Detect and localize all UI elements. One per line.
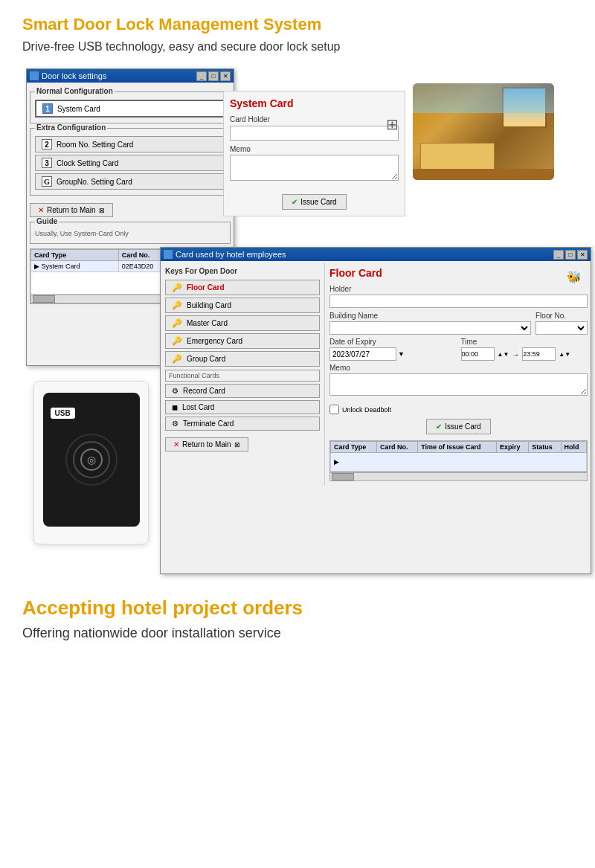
issue-card-btn[interactable]: ✔ Issue Card (282, 194, 346, 210)
expiry-time-row: Date of Expiry ▼ Time ▲▼ → (329, 338, 588, 361)
key-icon-4: 🔑 (172, 336, 182, 346)
badge-g: G (42, 176, 52, 187)
key-icon-2: 🔑 (172, 300, 182, 310)
window2-controls[interactable]: _ □ ✕ (553, 250, 588, 260)
keys-panel: Keys For Open Door 🔑 Floor Card 🔑 Buildi… (161, 263, 324, 456)
scrollbar-thumb[interactable] (33, 295, 55, 303)
return-icon-2: ⊠ (234, 441, 240, 449)
building-name-label: Building Name (329, 312, 531, 320)
building-card-label: Building Card (187, 301, 231, 309)
lost-card-btn[interactable]: ◼ Lost Card (165, 400, 320, 414)
terminate-card-label: Terminate Card (183, 419, 234, 428)
master-card-btn[interactable]: 🔑 Master Card (165, 315, 320, 331)
reader-mid-wave: ◎ (73, 441, 110, 478)
floor-card-title: Floor Card (329, 267, 588, 279)
unlock-label: Unlock Deadbolt (342, 406, 391, 414)
hotel-floor (413, 169, 554, 180)
bottom-scrollbar[interactable] (329, 472, 588, 481)
bottom-table: Card Type Card No. Time of Issue Card Ex… (329, 440, 588, 472)
terminate-card-btn[interactable]: ⚙ Terminate Card (165, 417, 320, 431)
issue-btn-label: Issue Card (300, 198, 336, 206)
memo-label-2: Memo (329, 364, 588, 372)
bottom-thumb[interactable] (332, 473, 354, 480)
card-used-window: Card used by hotel employees _ □ ✕ Keys … (160, 247, 591, 574)
badge-2: 2 (42, 139, 52, 150)
window-controls[interactable]: _ □ ✕ (196, 71, 231, 81)
maximize-btn[interactable]: □ (208, 71, 219, 81)
floor-memo-input[interactable] (329, 373, 588, 396)
holder-label: Holder (329, 285, 588, 293)
time-col: Time ▲▼ → ▲▼ (461, 338, 588, 361)
expiry-col: Date of Expiry ▼ (329, 338, 457, 361)
clock-setting-btn[interactable]: 3 Clock Setting Card (35, 155, 225, 171)
building-select[interactable] (329, 321, 531, 335)
date-expiry-label: Date of Expiry (329, 338, 457, 346)
floor-select[interactable] (536, 321, 588, 335)
building-col: Building Name (329, 312, 531, 335)
system-card-panel: System Card ⊞ Card Holder Memo ✔ Issue C… (223, 91, 405, 216)
subtitle: Drive-free USB technology, easy and secu… (22, 40, 573, 54)
card-holder-input[interactable] (230, 126, 399, 141)
key-icon-1: 🔑 (172, 283, 182, 292)
record-card-label: Record Card (183, 387, 225, 395)
bottom-table-row: ▶ (331, 453, 587, 472)
holder-input[interactable] (329, 295, 588, 308)
window2-return-label: Return to Main (182, 440, 231, 449)
unlock-checkbox[interactable] (329, 405, 339, 414)
header-section: Smart Door Lock Management System Drive-… (22, 15, 573, 54)
time-from-input[interactable] (461, 347, 495, 361)
window2-minimize[interactable]: _ (553, 250, 564, 260)
window2-return-btn[interactable]: ✕ Return to Main ⊠ (165, 437, 248, 451)
group-card-btn[interactable]: 🔑 Group Card (165, 351, 320, 367)
time-to-input[interactable] (522, 347, 556, 361)
window-icon (30, 71, 39, 80)
emergency-card-btn[interactable]: 🔑 Emergency Card (165, 333, 320, 349)
close-btn[interactable]: ✕ (220, 71, 231, 81)
window1-return-btn[interactable]: ✕ Return to Main ⊠ (30, 203, 113, 217)
badge-1: 1 (42, 103, 53, 114)
master-card-label: Master Card (187, 319, 228, 327)
floor-card-btn[interactable]: 🔑 Floor Card (165, 280, 320, 295)
col-card-type: Card Type (31, 250, 119, 261)
minimize-btn[interactable]: _ (196, 71, 207, 81)
memo-label: Memo (230, 145, 399, 153)
floor-card-label: Floor Card (187, 283, 225, 292)
group-setting-btn[interactable]: G GroupNo. Setting Card (35, 173, 225, 190)
badge-3: 3 (42, 158, 52, 168)
time-range: ▲▼ → ▲▼ (461, 347, 588, 361)
record-card-btn[interactable]: ⚙ Record Card (165, 384, 320, 398)
spinner-up[interactable]: ▲▼ (498, 351, 509, 358)
extra-config-label: Extra Configuration (35, 123, 107, 132)
func-section: Functional Cards ⚙ Record Card ◼ Lost Ca… (165, 370, 320, 431)
btn1-label: System Card (57, 105, 100, 113)
window2-close[interactable]: ✕ (577, 250, 588, 260)
x-icon: ✕ (38, 206, 44, 214)
emergency-card-label: Emergency Card (187, 337, 242, 345)
gear-icon-1: ⚙ (172, 387, 178, 395)
building-card-btn[interactable]: 🔑 Building Card (165, 298, 320, 313)
btn3-label: Clock Setting Card (57, 159, 118, 167)
spinner-up2[interactable]: ▲▼ (559, 351, 570, 358)
bottom-data-table: Card Type Card No. Time of Issue Card Ex… (330, 441, 587, 472)
hotel-bed (420, 143, 495, 173)
dropdown-icon[interactable]: ▼ (398, 350, 405, 358)
bottom-subtitle: Offering nationwide door installation se… (22, 626, 573, 641)
col-type-2: Card Type (331, 442, 377, 453)
group-card-label: Group Card (187, 355, 225, 363)
floor-issue-btn[interactable]: ✔ Issue Card (426, 419, 490, 434)
system-card-title: System Card (230, 97, 399, 109)
room-setting-btn[interactable]: 2 Room No. Setting Card (35, 136, 225, 152)
building-floor-row: Building Name Floor No. (329, 312, 588, 335)
normal-config-label: Normal Configuration (35, 87, 115, 95)
memo-input[interactable] (230, 155, 399, 181)
window2-maximize[interactable]: □ (565, 250, 576, 260)
key-icon-5: 🔑 (172, 354, 182, 364)
window2-content: Keys For Open Door 🔑 Floor Card 🔑 Buildi… (161, 261, 591, 573)
floor-no-col: Floor No. (536, 312, 588, 335)
usb-reader: USB ◎ (33, 381, 149, 544)
check-icon: ✔ (292, 198, 298, 206)
date-input[interactable] (329, 347, 396, 361)
window1-title: Door lock settings (42, 71, 106, 80)
system-card-btn[interactable]: 1 System Card (35, 100, 225, 118)
guide-text: Usually, Use System-Card Only (35, 230, 225, 237)
